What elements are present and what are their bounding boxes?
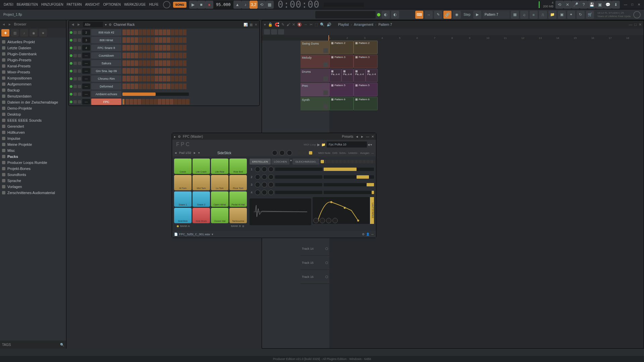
step-button[interactable] (163, 29, 166, 35)
fpc-preset-dd-menu[interactable]: ▾ (370, 143, 372, 146)
browser-item[interactable]: Vorlagen (0, 184, 66, 190)
step-button[interactable] (183, 83, 186, 89)
channel-pan[interactable] (78, 69, 81, 73)
browser-fwd-icon[interactable]: ► (8, 22, 11, 26)
browser-item[interactable]: Desktop (0, 111, 66, 117)
browser-item[interactable]: Dateien in der Zwischenablage (0, 99, 66, 105)
channel-mute[interactable] (73, 77, 77, 80)
step-button[interactable] (139, 37, 142, 43)
channel-number[interactable]: 3 (82, 37, 90, 43)
step-button[interactable] (155, 68, 158, 74)
step-button[interactable] (135, 37, 138, 43)
layer-pan-knob[interactable] (262, 174, 267, 180)
step-button[interactable] (143, 37, 146, 43)
browser-item[interactable]: Packs (0, 154, 66, 160)
layer-pan-knob[interactable] (262, 167, 267, 172)
layer-vol-knob[interactable] (255, 182, 260, 187)
layer-bar[interactable] (275, 183, 322, 186)
track-icon[interactable] (323, 62, 328, 67)
fpc-preset-next-icon[interactable]: ► (361, 135, 364, 138)
cr-fwd-icon[interactable]: ► (77, 22, 81, 27)
step-button[interactable] (151, 45, 154, 51)
step-button[interactable] (135, 76, 138, 81)
chat-icon[interactable]: 💬 (604, 1, 612, 9)
pl-tool-mute[interactable]: 🔇 (297, 22, 302, 27)
fpc-waveform[interactable] (250, 198, 311, 225)
playlist-clip[interactable]: ▦ Pattern 6 (354, 97, 378, 110)
step-button[interactable] (159, 29, 162, 35)
step-button[interactable] (147, 37, 150, 43)
channel-pan[interactable] (78, 93, 81, 96)
layer-tune-knob[interactable] (268, 167, 274, 172)
step-button[interactable] (133, 99, 137, 105)
step-button[interactable] (171, 68, 174, 74)
layer-tune-knob[interactable] (268, 174, 274, 180)
channel-mute[interactable] (73, 54, 77, 57)
link-button[interactable]: → (425, 11, 433, 19)
step-button[interactable] (130, 83, 134, 89)
step-button[interactable] (143, 76, 146, 81)
minimize-icon[interactable]: — (623, 2, 629, 8)
channel-number[interactable]: --- (82, 99, 90, 105)
layer-vol-knob[interactable] (255, 190, 260, 195)
fpc-footer-icon-2[interactable]: 👤 (366, 233, 370, 236)
browser-tab-2[interactable]: ♪ (20, 29, 28, 37)
channel-number[interactable]: --- (82, 76, 90, 81)
step-button[interactable] (159, 83, 162, 89)
browser-item[interactable]: Impulse (0, 135, 66, 141)
browser-item[interactable]: Hüllkurven (0, 129, 66, 135)
playlist-clip[interactable]: ▦ Pattern 5 (329, 83, 354, 96)
snap-button[interactable]: ✎ (434, 11, 442, 19)
channel-name-button[interactable]: FPC (91, 99, 121, 105)
step-button[interactable] (147, 76, 150, 81)
channel-mute[interactable] (73, 31, 77, 34)
fpc-layer-led[interactable] (321, 160, 324, 163)
fpc-tab-equal[interactable]: GLEICHMÄSSIG. (292, 159, 319, 165)
step-button[interactable] (163, 76, 166, 81)
channel-name-button[interactable]: 808 HiHat (91, 37, 121, 43)
countdown-button[interactable]: 3,2 (250, 1, 258, 9)
playlist-track-header[interactable]: Melody (301, 55, 329, 69)
step-button[interactable] (182, 99, 185, 105)
channel-pan[interactable] (78, 39, 81, 42)
step-button[interactable] (163, 45, 166, 51)
help-icon[interactable]: ? (580, 1, 588, 9)
pl-tool-select[interactable]: ⬚ (315, 22, 318, 27)
layer-velocity-range[interactable] (324, 175, 374, 179)
playlist-button[interactable]: ▦ (511, 11, 519, 19)
pl-mode-3[interactable] (278, 29, 284, 35)
step-button[interactable] (159, 45, 162, 51)
fpc-pad[interactable]: Pedal Hi Hat (229, 191, 247, 207)
playlist-track-header[interactable]: Track 15 (301, 256, 329, 270)
channel-name-button[interactable]: 808 Kick #2 (91, 29, 121, 36)
fpc-preset-name[interactable]: Fpc Polka 10 (327, 141, 367, 147)
channel-number[interactable]: --- (82, 68, 90, 74)
fpc-velocity-strip[interactable] (325, 160, 374, 163)
pl-arrangement[interactable]: Arrangement (354, 23, 373, 26)
fpc-tab-dd[interactable]: ▾ (290, 159, 292, 165)
channel-mute[interactable] (73, 46, 77, 50)
typing-keyboard-button[interactable]: ⌨ (415, 11, 423, 19)
layer-vol-knob[interactable] (255, 167, 260, 172)
tags-label[interactable]: TAGS (2, 343, 11, 347)
step-button[interactable] (167, 37, 170, 43)
fpc-env-volume-tab[interactable]: LAUTSTÄRKE (370, 197, 374, 224)
channel-led[interactable] (70, 62, 72, 65)
playlist-clip[interactable]: ▦ Pa..n 4 (354, 69, 366, 82)
stop-button[interactable]: ■ (197, 1, 205, 9)
channel-led[interactable] (70, 70, 72, 72)
step-button[interactable] (183, 37, 186, 43)
browser-tab-fav[interactable]: ★ (39, 29, 47, 37)
main-knob-2[interactable]: ◐ (391, 11, 399, 19)
playlist-track-header[interactable]: Track 14 (301, 242, 329, 256)
layer-velocity-range[interactable] (324, 183, 374, 186)
main-knob-1[interactable]: ◐ (382, 11, 390, 19)
browser-tab-all[interactable]: ✚ (1, 29, 9, 37)
fpc-env-sus[interactable] (326, 218, 331, 223)
fpc-pad[interactable]: Open HiHat (211, 191, 228, 207)
settings-icon[interactable]: ✕ (564, 1, 572, 9)
tempo-display[interactable]: 95.000 (213, 1, 233, 9)
menu-help[interactable]: HILFE (147, 3, 160, 6)
step-button[interactable] (162, 99, 165, 105)
browser-button[interactable]: 📁 (548, 11, 556, 19)
